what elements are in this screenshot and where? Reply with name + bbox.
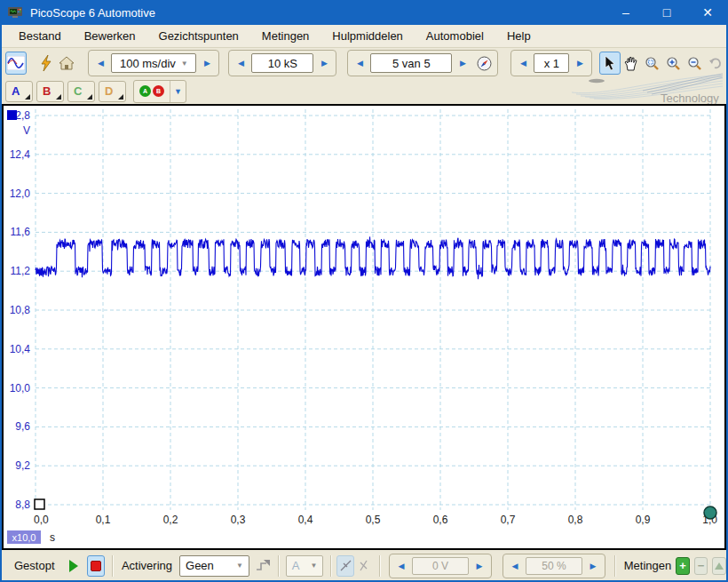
marker-slope2-button xyxy=(354,555,372,577)
channel-letter: A xyxy=(12,84,20,98)
chevron-down-icon: ▼ xyxy=(310,562,317,570)
channel-letter: C xyxy=(74,84,82,98)
menu-bar: BestandBewerkenGezichtspuntenMetingenHul… xyxy=(2,25,726,48)
menu-item-automobiel[interactable]: Automobiel xyxy=(415,25,495,47)
level-up-button[interactable]: ▶ xyxy=(471,556,488,576)
zoom-value: x 1 xyxy=(544,57,559,70)
trigger-edge-button xyxy=(255,555,273,577)
zoom-out-button[interactable] xyxy=(684,52,705,75)
undo-icon xyxy=(708,57,723,69)
x-tick-label: 0,8 xyxy=(568,514,583,526)
timebase-prev-button[interactable]: ◀ xyxy=(91,53,109,73)
marker-slope-icon xyxy=(357,559,370,572)
hand-tool-button[interactable] xyxy=(621,52,642,75)
undo-zoom-button xyxy=(705,52,726,75)
record-dropdown[interactable]: ▼ xyxy=(170,81,186,102)
pretrigger-control: ◀ 50 % ▶ xyxy=(502,554,605,578)
timebase-control: ◀ 100 ms/div ▼ ▶ xyxy=(88,50,219,76)
marker-slope-icon xyxy=(339,559,352,572)
close-button[interactable]: ✕ xyxy=(687,0,728,25)
channel-a-button[interactable]: A xyxy=(5,81,33,102)
buffer-prev-button[interactable]: ◀ xyxy=(351,53,368,73)
menu-item-bewerken[interactable]: Bewerken xyxy=(73,25,147,47)
scope-view[interactable]: 12,812,412,011,611,210,810,410,09,69,28,… xyxy=(2,104,726,550)
channel-record-button[interactable]: AB ▼ xyxy=(133,80,186,103)
buffer-value: 5 van 5 xyxy=(392,57,431,70)
samples-value-box[interactable]: 10 kS xyxy=(251,53,313,73)
menu-item-hulpmiddelen[interactable]: Hulpmiddelen xyxy=(320,25,415,47)
remove-measurement-button: − xyxy=(694,557,708,575)
stop-icon xyxy=(91,561,101,571)
record-dot-b: B xyxy=(153,85,164,97)
channel-a-axis-marker[interactable] xyxy=(7,110,17,120)
zoom-selection-button[interactable] xyxy=(642,52,663,75)
pretrigger-up-button[interactable]: ▶ xyxy=(584,556,602,576)
home-button[interactable] xyxy=(57,52,78,75)
home-icon xyxy=(59,56,75,70)
channel-d-button[interactable]: D xyxy=(99,81,126,102)
samples-control: ◀ 10 kS ▶ xyxy=(228,50,336,76)
x-tick-label: 0,5 xyxy=(366,514,381,526)
menu-item-bestand[interactable]: Bestand xyxy=(7,25,73,47)
y-tick-label: 8,8 xyxy=(15,498,30,511)
channel-bar: ABCD AB ▼ Technology xyxy=(2,78,726,104)
y-tick-label: 10,0 xyxy=(10,382,31,395)
trigger-time-marker[interactable] xyxy=(35,499,44,509)
x-axis-unit: s xyxy=(50,531,55,544)
buffer-next-button[interactable]: ▶ xyxy=(454,53,471,73)
buffer-navigator-button[interactable] xyxy=(473,52,495,75)
menu-item-gezichtspunten[interactable]: Gezichtspunten xyxy=(147,25,250,47)
stop-button[interactable] xyxy=(87,555,105,577)
zoom-next-button[interactable]: ▶ xyxy=(571,53,589,73)
corner-triangle-icon xyxy=(56,94,61,100)
trigger-mode-select[interactable]: Geen ▼ xyxy=(179,555,249,577)
record-dot-a: A xyxy=(139,85,151,97)
menu-item-metingen[interactable]: Metingen xyxy=(250,25,320,47)
zoom-value-box[interactable]: x 1 xyxy=(534,53,569,73)
samples-next-button[interactable]: ▶ xyxy=(315,53,333,73)
maximize-button[interactable]: □ xyxy=(646,0,687,25)
trigger-level-value: 0 V xyxy=(412,557,469,575)
pretrigger-down-button[interactable]: ◀ xyxy=(506,556,524,576)
y-tick-label: 12,4 xyxy=(10,148,31,161)
trigger-channel-select: A ▼ xyxy=(286,555,324,577)
measurements-label: Metingen xyxy=(624,559,671,572)
level-down-button[interactable]: ◀ xyxy=(392,556,410,576)
timebase-select[interactable]: 100 ms/div ▼ xyxy=(111,53,196,73)
trigger-toolbar: Gestopt Activering Geen ▼ A xyxy=(2,551,726,580)
play-icon xyxy=(68,560,79,572)
waveform-view-button[interactable] xyxy=(5,52,27,75)
grid-up-icon xyxy=(714,562,724,570)
y-tick-label: 11,6 xyxy=(11,226,31,238)
auto-setup-button[interactable] xyxy=(36,52,57,75)
edit-measurement-button xyxy=(712,557,726,575)
zoom-in-button[interactable] xyxy=(663,52,684,75)
app-icon xyxy=(7,5,23,20)
y-tick-label: 10,4 xyxy=(10,343,31,355)
pointer-tool-button[interactable] xyxy=(599,52,621,75)
drop-marker-button xyxy=(336,555,354,577)
add-measurement-button[interactable]: + xyxy=(676,557,690,575)
buffer-value-box[interactable]: 5 van 5 xyxy=(370,53,452,73)
post-trigger-marker[interactable] xyxy=(704,506,716,519)
minimize-button[interactable]: – xyxy=(605,0,646,25)
x-tick-label: 0,2 xyxy=(163,514,178,526)
start-button[interactable] xyxy=(66,555,83,577)
timebase-next-button[interactable]: ▶ xyxy=(198,53,216,73)
samples-prev-button[interactable]: ◀ xyxy=(232,53,249,73)
channel-c-button[interactable]: C xyxy=(67,81,95,102)
y-axis-unit: V xyxy=(23,124,30,137)
corner-triangle-icon xyxy=(118,94,123,100)
hand-icon xyxy=(624,56,638,71)
x-tick-label: 0,0 xyxy=(34,514,49,526)
zoom-prev-button[interactable]: ◀ xyxy=(514,53,532,73)
menu-item-help[interactable]: Help xyxy=(495,25,542,47)
pointer-icon xyxy=(605,56,616,71)
channel-b-button[interactable]: B xyxy=(36,81,64,102)
zoom-out-icon xyxy=(687,56,702,71)
zoom-in-icon xyxy=(666,56,681,71)
pico-technology-watermark: Technology xyxy=(572,73,723,105)
channel-letter: D xyxy=(105,84,113,98)
x-tick-label: 0,7 xyxy=(501,514,516,526)
y-tick-label: 9,2 xyxy=(15,459,30,472)
